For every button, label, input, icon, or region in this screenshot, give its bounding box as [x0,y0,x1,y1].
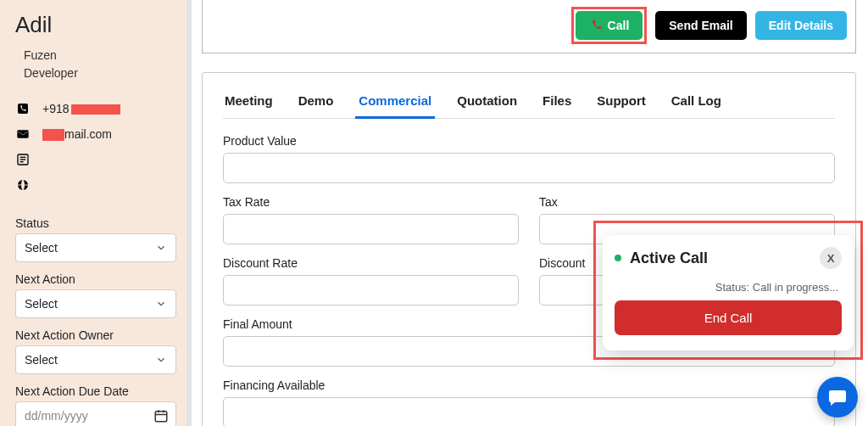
contact-company: Fuzen [24,47,176,64]
next-action-owner-group: Next Action Owner Select [15,328,176,374]
chat-bubble-button[interactable] [817,377,858,418]
next-action-due-group: Next Action Due Date dd/mm/yyyy [15,384,176,426]
call-popup-title: Active Call [630,249,811,267]
tab-support[interactable]: Support [595,88,648,118]
tax-label: Tax [539,195,835,209]
next-action-owner-value: Select [25,353,58,367]
edit-details-button[interactable]: Edit Details [755,11,847,40]
active-indicator-icon [615,255,621,261]
product-value-label: Product Value [223,134,835,148]
call-button-highlight: Call [571,7,648,44]
svg-rect-1 [17,130,28,137]
tab-commercial[interactable]: Commercial [357,88,433,118]
send-email-button[interactable]: Send Email [655,11,746,40]
email-redacted [42,129,64,141]
chevron-down-icon [155,354,167,366]
chevron-down-icon [155,298,167,310]
tab-meeting[interactable]: Meeting [223,88,275,118]
product-value-input[interactable] [223,153,835,183]
contact-email-row: mail.com [15,126,176,142]
call-popup-highlight: Active Call X Status: Call in progress..… [593,221,863,360]
contact-info-list: +918 mail.com [15,101,176,193]
next-action-select[interactable]: Select [15,289,176,318]
next-action-owner-label: Next Action Owner [15,328,176,342]
tab-demo[interactable]: Demo [297,88,336,118]
status-value: Select [25,241,58,255]
contact-email: mail.com [42,127,112,141]
sidebar: Adil Fuzen Developer +918 mail.com [0,0,192,426]
edit-details-label: Edit Details [769,19,833,32]
contact-role: Developer [24,64,176,82]
next-action-value: Select [25,297,58,311]
svg-rect-7 [155,412,167,422]
chat-icon [827,387,848,407]
financing-available-label: Financing Available [223,378,835,392]
close-call-popup-button[interactable]: X [820,247,842,269]
tabs: Meeting Demo Commercial Quotation Files … [223,88,835,119]
active-call-popup: Active Call X Status: Call in progress..… [603,235,854,350]
contact-phone: +918 [42,102,120,115]
tab-quotation[interactable]: Quotation [455,88,519,118]
phone-redacted [71,104,120,115]
phone-icon [589,19,603,32]
status-label: Status [15,216,176,230]
status-group: Status Select [15,216,176,262]
contact-name: Adil [15,12,176,38]
contact-web-row [15,177,176,193]
send-email-label: Send Email [669,19,732,32]
next-action-owner-select[interactable]: Select [15,345,176,374]
contact-phone-row: +918 [15,101,176,116]
contact-block: Adil Fuzen Developer [15,12,176,82]
call-button[interactable]: Call [576,11,643,40]
tax-rate-input[interactable] [223,214,519,244]
call-popup-header: Active Call X [615,247,842,269]
phone-prefix: +918 [42,102,70,115]
contact-notes-row [15,152,176,167]
discount-rate-label: Discount Rate [223,256,519,270]
topbar: Call Send Email Edit Details [202,0,856,53]
email-suffix: mail.com [64,127,112,141]
next-action-group: Next Action Select [15,272,176,318]
tab-files[interactable]: Files [541,88,573,118]
calendar-icon [153,408,169,423]
call-button-label: Call [608,19,630,32]
financing-available-input[interactable] [223,397,835,426]
call-status-text: Status: Call in progress... [615,281,838,294]
next-action-due-label: Next Action Due Date [15,384,176,398]
date-placeholder: dd/mm/yyyy [25,409,88,423]
end-call-label: End Call [704,311,753,325]
notes-icon [15,152,31,167]
tab-call-log[interactable]: Call Log [670,88,723,118]
chevron-down-icon [155,242,167,254]
status-select[interactable]: Select [15,233,176,262]
svg-rect-0 [18,104,28,114]
next-action-due-input[interactable]: dd/mm/yyyy [15,401,176,426]
phone-icon [15,101,31,116]
main-content: Call Send Email Edit Details Meeting Dem… [192,0,868,426]
end-call-button[interactable]: End Call [615,300,842,335]
globe-icon [15,177,31,193]
email-icon [15,126,31,142]
discount-rate-input[interactable] [223,275,519,305]
tax-rate-label: Tax Rate [223,195,519,209]
next-action-label: Next Action [15,272,176,286]
